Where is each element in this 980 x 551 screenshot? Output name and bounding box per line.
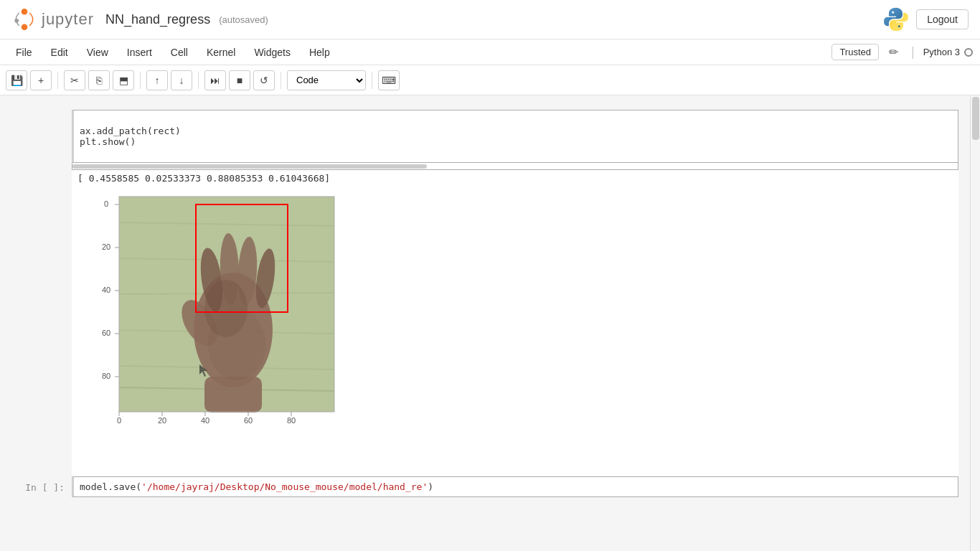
code-line-2: plt.show()	[80, 136, 136, 147]
forearm	[204, 377, 262, 413]
plot-content: 0 20 40 60 80	[72, 187, 958, 476]
stop-button[interactable]: ■	[229, 70, 250, 90]
jupyter-text: jupyter	[42, 10, 94, 29]
logout-button[interactable]: Logout	[916, 9, 969, 29]
keyboard-shortcuts-button[interactable]: ⌨	[378, 70, 400, 90]
code-input-2[interactable]: model.save('/home/jayraj/Desktop/No_mous…	[72, 476, 958, 497]
paste-button[interactable]: ⬒	[113, 70, 134, 90]
code-scrollbar-wrapper	[72, 163, 958, 170]
cell-content-2: model.save('/home/jayraj/Desktop/No_mous…	[72, 476, 958, 499]
output-cell-1: [ 0.4558585 0.02533373 0.88085353 0.6104…	[0, 170, 980, 187]
main-content: ax.add_patch(rect) plt.show() [ 0.455858…	[0, 95, 980, 551]
menubar-right: Trusted ✏ | Python 3	[831, 44, 973, 60]
cell-type-dropdown[interactable]: Code Markdown Raw NBConvert Heading	[287, 70, 366, 90]
x-tick-40: 40	[201, 416, 209, 425]
y-tick-60: 60	[102, 329, 110, 337]
separator: |	[911, 44, 915, 60]
menu-file[interactable]: File	[7, 44, 41, 61]
menu-kernel[interactable]: Kernel	[198, 44, 244, 61]
toolbar-separator-5	[372, 72, 372, 89]
kernel-label: Python 3	[923, 47, 960, 57]
skip-button[interactable]: ⏭	[204, 70, 226, 90]
plot-prompt	[0, 187, 72, 476]
copy-button[interactable]: ⎘	[88, 70, 110, 90]
jupyter-icon	[11, 6, 37, 32]
toolbar: 💾 + ✂ ⎘ ⬒ ↑ ↓ ⏭ ■ ↺ Code Markdown Raw NB…	[0, 65, 980, 95]
code-cell-1: ax.add_patch(rect) plt.show()	[0, 110, 980, 170]
python-logo	[883, 6, 909, 32]
code-cell-2: In [ ]: model.save('/home/jayraj/Desktop…	[0, 476, 980, 499]
output-text-1: [ 0.4558585 0.02533373 0.88085353 0.6104…	[72, 170, 958, 187]
move-up-button[interactable]: ↑	[146, 70, 168, 90]
menu-view[interactable]: View	[78, 44, 117, 61]
svg-point-1	[22, 24, 28, 30]
plot-container: 0 20 40 60 80	[72, 187, 958, 476]
edit-pencil-button[interactable]: ✏	[885, 44, 903, 60]
matplotlib-plot: 0 20 40 60 80	[93, 187, 359, 459]
move-down-button[interactable]: ↓	[171, 70, 192, 90]
toolbar-separator-4	[281, 72, 281, 89]
menubar: File Edit View Insert Cell Kernel Widget…	[0, 39, 980, 65]
save-button[interactable]: 💾	[6, 70, 27, 90]
kernel-info: Python 3	[923, 47, 973, 57]
add-cell-button[interactable]: +	[30, 70, 52, 90]
menu-insert[interactable]: Insert	[118, 44, 161, 61]
svg-point-3	[892, 11, 894, 14]
cell-content-1: ax.add_patch(rect) plt.show()	[72, 110, 958, 170]
output-prompt-1	[0, 170, 72, 187]
x-tick-20: 20	[158, 416, 166, 425]
code-line-1: ax.add_patch(rect)	[80, 126, 181, 136]
autosaved-label: (autosaved)	[219, 14, 268, 25]
y-tick-40: 40	[102, 286, 110, 294]
y-tick-0: 0	[104, 199, 108, 208]
cell-prompt-1	[0, 110, 72, 170]
svg-point-0	[22, 9, 28, 15]
cut-button[interactable]: ✂	[64, 70, 85, 90]
jupyter-logo: jupyter	[11, 6, 94, 32]
topbar: jupyter NN_hand_regress (autosaved) Logo…	[0, 0, 980, 39]
menu-edit[interactable]: Edit	[42, 44, 77, 61]
notebook-title: NN_hand_regress	[105, 12, 210, 27]
trusted-button[interactable]: Trusted	[831, 44, 879, 60]
y-tick-80: 80	[102, 372, 110, 380]
toolbar-separator-2	[140, 72, 141, 89]
toolbar-separator-3	[198, 72, 199, 89]
x-tick-80: 80	[287, 416, 296, 425]
code-model-save: model.save('/home/jayraj/Desktop/No_mous…	[80, 481, 433, 492]
y-tick-20: 20	[102, 242, 110, 251]
output-content-1: [ 0.4558585 0.02533373 0.88085353 0.6104…	[72, 170, 958, 187]
kernel-status-circle	[964, 48, 973, 57]
menu-help[interactable]: Help	[301, 44, 339, 61]
code-input-1[interactable]: ax.add_patch(rect) plt.show()	[72, 110, 958, 163]
scroll-thumb[interactable]	[972, 97, 979, 140]
cell-prompt-2: In [ ]:	[0, 476, 72, 499]
plot-svg-wrapper: 0 20 40 60 80	[93, 187, 359, 462]
svg-point-4	[898, 25, 900, 27]
toolbar-separator-1	[57, 72, 58, 89]
notebook: ax.add_patch(rect) plt.show() [ 0.455858…	[0, 95, 980, 513]
code-horizontal-scrollbar[interactable]	[72, 164, 427, 169]
right-scrollbar[interactable]	[970, 95, 980, 551]
restart-button[interactable]: ↺	[253, 70, 275, 90]
svg-point-17	[208, 309, 265, 380]
x-tick-60: 60	[244, 416, 253, 425]
menu-widgets[interactable]: Widgets	[245, 44, 299, 61]
topbar-right: Logout	[883, 6, 969, 32]
plot-cell: 0 20 40 60 80	[0, 187, 980, 476]
menu-cell[interactable]: Cell	[162, 44, 197, 61]
x-tick-0: 0	[117, 416, 121, 425]
